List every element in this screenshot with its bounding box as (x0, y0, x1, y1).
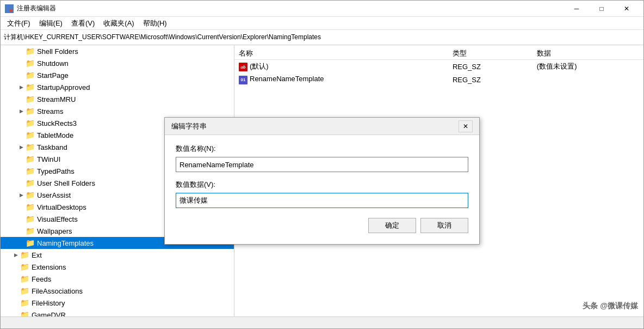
dialog-overlay: 编辑字符串 ✕ 数值名称(N): 数值数据(V): 确定 取消 (1, 45, 643, 316)
svg-rect-3 (10, 9, 13, 11)
menu-item[interactable]: 编辑(E) (35, 17, 67, 29)
title-bar: 注册表编辑器 ─ □ ✕ (1, 1, 643, 17)
regedit-icon (5, 4, 14, 13)
dialog-close-button[interactable]: ✕ (459, 120, 473, 132)
name-input[interactable] (176, 157, 468, 172)
svg-rect-0 (6, 5, 9, 8)
data-label: 数值数据(V): (176, 180, 468, 190)
menu-item[interactable]: 查看(V) (67, 17, 99, 29)
menu-item[interactable]: 帮助(H) (139, 17, 171, 29)
name-label: 数值名称(N): (176, 144, 468, 154)
minimize-button[interactable]: ─ (564, 1, 589, 17)
dialog-buttons: 确定 取消 (176, 218, 468, 233)
title-bar-left: 注册表编辑器 (5, 4, 56, 13)
menu-item[interactable]: 收藏夹(A) (99, 17, 138, 29)
svg-rect-1 (10, 5, 13, 8)
dialog-title-bar: 编辑字符串 ✕ (165, 118, 479, 135)
svg-rect-2 (6, 9, 9, 11)
maximize-button[interactable]: □ (589, 1, 614, 17)
dialog-title: 编辑字符串 (171, 121, 207, 131)
edit-string-dialog: 编辑字符串 ✕ 数值名称(N): 数值数据(V): 确定 取消 (164, 117, 480, 245)
cancel-button[interactable]: 取消 (420, 218, 468, 233)
window-title: 注册表编辑器 (17, 4, 56, 13)
breadcrumb-bar: 计算机\HKEY_CURRENT_USER\SOFTWARE\Microsoft… (1, 30, 643, 45)
breadcrumb: 计算机\HKEY_CURRENT_USER\SOFTWARE\Microsoft… (4, 33, 321, 42)
menu-bar: 文件(F)编辑(E)查看(V)收藏夹(A)帮助(H) (1, 17, 643, 30)
window-controls: ─ □ ✕ (564, 1, 639, 17)
ok-button[interactable]: 确定 (368, 218, 416, 233)
dialog-body: 数值名称(N): 数值数据(V): 确定 取消 (165, 135, 479, 244)
close-button[interactable]: ✕ (614, 1, 639, 17)
menu-item[interactable]: 文件(F) (3, 17, 35, 29)
status-bar (1, 316, 643, 328)
data-input[interactable] (176, 193, 468, 208)
